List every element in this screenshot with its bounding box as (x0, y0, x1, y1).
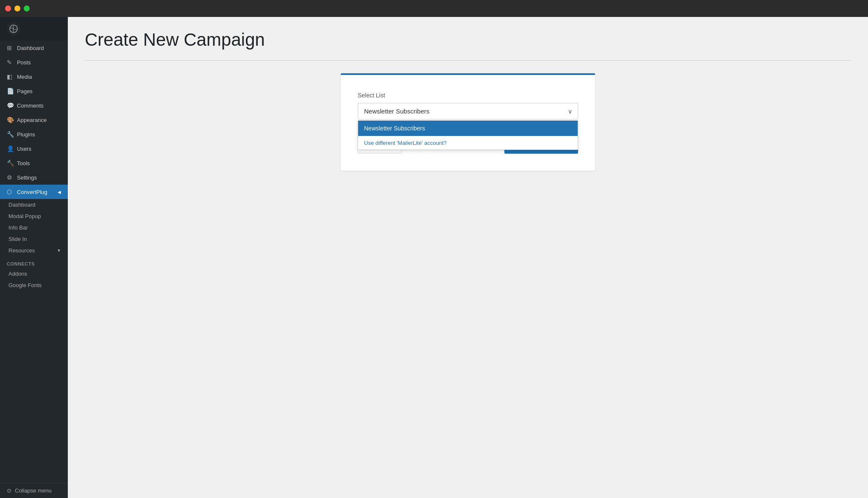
sidebar-item-appearance-label: Appearance (17, 117, 47, 123)
sidebar-sub-addons[interactable]: Addons (0, 268, 68, 279)
select-value: Newsletter Subscribers (364, 108, 429, 115)
campaign-card: Select List Newsletter Subscribers ∨ New… (341, 73, 595, 171)
sidebar-item-plugins[interactable]: 🔧 Plugins (0, 127, 68, 141)
sidebar-item-dashboard-label: Dashboard (17, 45, 44, 51)
google-fonts-label: Google Fonts (8, 282, 42, 288)
wordpress-logo (7, 22, 20, 36)
sidebar-sub-dashboard-label: Dashboard (8, 202, 36, 208)
sidebar-sub-google-fonts[interactable]: Google Fonts (0, 279, 68, 291)
dropdown-item-use-different[interactable]: Use different 'MailerLite' account? (358, 136, 578, 149)
dropdown-menu: Newsletter Subscribers Use different 'Ma… (358, 120, 578, 150)
sidebar: ⊞ Dashboard ✎ Posts ◧ Media 📄 Pages 💬 Co… (0, 17, 68, 498)
collapse-menu-label: Collapse menu (15, 487, 52, 494)
divider (85, 60, 851, 61)
sidebar-sub-modal-popup[interactable]: Modal Popup (0, 210, 68, 222)
appearance-icon: 🎨 (7, 116, 14, 123)
plugins-icon: 🔧 (7, 131, 14, 138)
sidebar-sub-info-bar[interactable]: Info Bar (0, 222, 68, 233)
sidebar-logo (0, 17, 68, 41)
sidebar-item-convertplug-label: ConvertPlug (17, 189, 47, 195)
sidebar-sub-dashboard[interactable]: Dashboard (0, 199, 68, 210)
tools-icon: 🔨 (7, 160, 14, 166)
dropdown-item-use-different-label: Use different 'MailerLite' account? (364, 140, 447, 146)
connects-section-label: Connects (0, 256, 68, 268)
select-list-label: Select List (358, 92, 578, 99)
sidebar-item-settings[interactable]: ⚙ Settings (0, 170, 68, 185)
comments-icon: 💬 (7, 102, 14, 109)
sidebar-item-media-label: Media (17, 74, 32, 80)
convertplug-icon: ⬡ (7, 188, 14, 195)
sidebar-sub-modal-popup-label: Modal Popup (8, 213, 41, 219)
close-button[interactable] (5, 6, 11, 11)
sidebar-item-comments[interactable]: 💬 Comments (0, 98, 68, 113)
maximize-button[interactable] (24, 6, 30, 11)
addons-label: Addons (8, 271, 27, 277)
sidebar-item-pages[interactable]: 📄 Pages (0, 84, 68, 98)
sidebar-item-pages-label: Pages (17, 88, 33, 94)
sidebar-item-users-label: Users (17, 146, 31, 152)
convertplug-arrow: ◀ (58, 190, 61, 194)
sidebar-item-posts-label: Posts (17, 59, 31, 66)
sidebar-sub-slide-in[interactable]: Slide In (0, 233, 68, 245)
collapse-menu-button[interactable]: ⊙ Collapse menu (7, 487, 61, 494)
page-title: Create New Campaign (85, 30, 851, 50)
sidebar-item-dashboard[interactable]: ⊞ Dashboard (0, 41, 68, 55)
sidebar-item-posts[interactable]: ✎ Posts (0, 55, 68, 69)
sidebar-sub-resources[interactable]: Resources ▼ (0, 245, 68, 256)
sidebar-sub-slide-in-label: Slide In (8, 236, 27, 242)
sidebar-sub-resources-label: Resources (8, 247, 35, 254)
dropdown-item-newsletter-label: Newsletter Subscribers (364, 125, 425, 132)
media-icon: ◧ (7, 73, 14, 80)
pages-icon: 📄 (7, 88, 14, 94)
settings-icon: ⚙ (7, 174, 14, 181)
sidebar-item-settings-label: Settings (17, 174, 37, 181)
sidebar-sub-info-bar-label: Info Bar (8, 224, 28, 231)
sidebar-item-media[interactable]: ◧ Media (0, 69, 68, 84)
content-area: Create New Campaign Select List Newslett… (68, 17, 868, 498)
resources-chevron-icon: ▼ (57, 248, 61, 253)
collapse-icon: ⊙ (7, 487, 11, 494)
sidebar-item-plugins-label: Plugins (17, 131, 35, 138)
sidebar-item-convertplug[interactable]: ⬡ ConvertPlug ◀ (0, 185, 68, 199)
posts-icon: ✎ (7, 59, 14, 66)
users-icon: 👤 (7, 145, 14, 152)
minimize-button[interactable] (14, 6, 20, 11)
dropdown-item-newsletter[interactable]: Newsletter Subscribers (358, 121, 578, 136)
dashboard-icon: ⊞ (7, 44, 14, 51)
sidebar-navigation: ⊞ Dashboard ✎ Posts ◧ Media 📄 Pages 💬 Co… (0, 41, 68, 483)
select-wrapper: Newsletter Subscribers ∨ Newsletter Subs… (358, 103, 578, 119)
sidebar-item-comments-label: Comments (17, 102, 44, 109)
sidebar-item-tools[interactable]: 🔨 Tools (0, 156, 68, 170)
app-layout: ⊞ Dashboard ✎ Posts ◧ Media 📄 Pages 💬 Co… (0, 17, 868, 498)
titlebar (0, 0, 868, 17)
select-field[interactable]: Newsletter Subscribers (358, 103, 578, 119)
sidebar-item-appearance[interactable]: 🎨 Appearance (0, 113, 68, 127)
sidebar-footer: ⊙ Collapse menu (0, 483, 68, 498)
sidebar-item-users[interactable]: 👤 Users (0, 141, 68, 156)
sidebar-item-tools-label: Tools (17, 160, 30, 166)
